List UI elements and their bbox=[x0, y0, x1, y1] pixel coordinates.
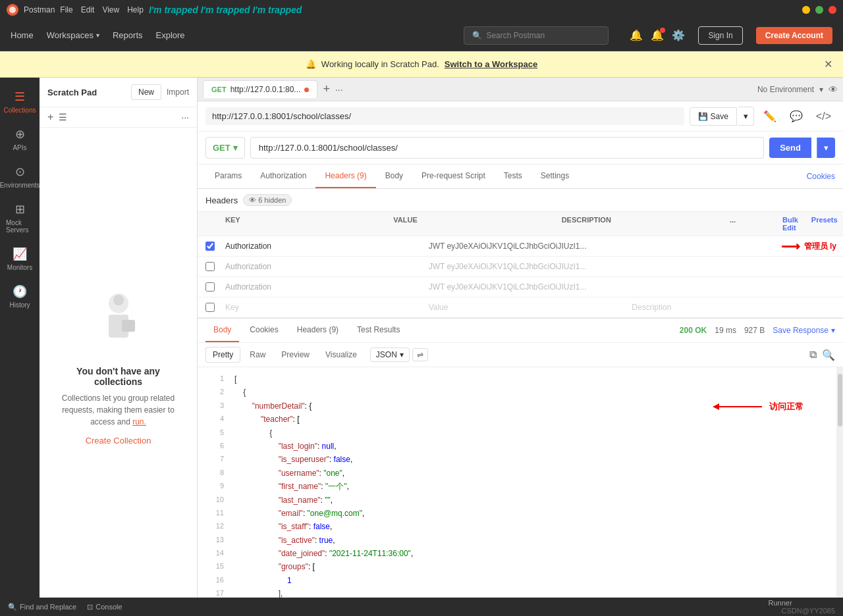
notifications-icon[interactable]: 🔔 bbox=[630, 29, 643, 41]
sidebar-item-mock-servers[interactable]: ⊞ Mock Servers bbox=[3, 197, 36, 239]
svg-point-4 bbox=[113, 295, 124, 305]
sidebar-item-collections[interactable]: ☰ Collections bbox=[3, 84, 36, 119]
banner-link[interactable]: Switch to a Workspace bbox=[445, 59, 537, 69]
svg-rect-3 bbox=[122, 320, 135, 332]
menu-edit[interactable]: Edit bbox=[81, 5, 95, 14]
new-button[interactable]: New bbox=[131, 84, 161, 100]
header-1-annotation: ⟶ 管理员 ly bbox=[781, 238, 836, 254]
content-area: GET http://127.0.0.1:80... + ··· No Envi… bbox=[198, 78, 843, 598]
resp-nav-cookies[interactable]: Cookies bbox=[242, 319, 286, 342]
settings-icon[interactable]: ⚙️ bbox=[672, 29, 685, 41]
method-select[interactable]: GET ▾ bbox=[205, 137, 245, 159]
header-1-checkbox[interactable] bbox=[205, 242, 215, 251]
edit-icon-button[interactable]: ✏️ bbox=[759, 107, 780, 125]
wrap-lines-button[interactable]: ⇌ bbox=[412, 348, 428, 361]
scrollbar[interactable] bbox=[836, 367, 843, 598]
find-replace-button[interactable]: 🔍 Find and Replace bbox=[8, 603, 76, 611]
save-response-button[interactable]: Save Response ▾ bbox=[773, 326, 835, 335]
nav-explore[interactable]: Explore bbox=[156, 30, 185, 40]
save-button[interactable]: 💾 Save bbox=[690, 107, 737, 126]
json-line-5: 5 { bbox=[198, 426, 836, 440]
nav-home[interactable]: Home bbox=[11, 30, 34, 40]
view-pretty-btn[interactable]: Pretty bbox=[205, 347, 240, 363]
create-collection-link[interactable]: Create Collection bbox=[86, 436, 151, 446]
request-tab-1[interactable]: GET http://127.0.0.1:80... bbox=[203, 80, 317, 98]
send-button[interactable]: Send bbox=[769, 138, 811, 158]
hidden-headers-badge[interactable]: 👁 6 hidden bbox=[243, 194, 292, 206]
add-tab-button[interactable]: + bbox=[319, 82, 334, 96]
nav-headers[interactable]: Headers (9) bbox=[315, 165, 375, 188]
nav-authorization[interactable]: Authorization bbox=[251, 165, 315, 188]
close-button[interactable] bbox=[829, 6, 836, 14]
resp-nav-body[interactable]: Body bbox=[205, 319, 239, 342]
nav-pre-request[interactable]: Pre-request Script bbox=[412, 165, 495, 188]
nav-reports[interactable]: Reports bbox=[113, 30, 143, 40]
environments-icon: ⊙ bbox=[15, 165, 25, 179]
response-size: 927 B bbox=[744, 326, 765, 335]
run-link[interactable]: run. bbox=[132, 417, 146, 426]
presets-label[interactable]: Presets bbox=[811, 216, 838, 232]
url-input[interactable] bbox=[250, 137, 764, 159]
search-postman[interactable]: 🔍 Search Postman bbox=[464, 26, 609, 45]
nav-body[interactable]: Body bbox=[376, 165, 412, 188]
runner-button[interactable]: Runner bbox=[769, 599, 792, 607]
view-visualize-btn[interactable]: Visualize bbox=[319, 347, 364, 362]
nav-params[interactable]: Params bbox=[205, 165, 251, 188]
menu-file[interactable]: File bbox=[60, 5, 72, 14]
json-line-17: 17 ], bbox=[198, 587, 836, 598]
add-collection-btn[interactable]: + bbox=[47, 111, 53, 123]
sidebar-item-apis[interactable]: ⊕ APIs bbox=[3, 122, 36, 157]
titlebar: Postman File Edit View Help I'm trapped … bbox=[0, 0, 843, 20]
annotation-text: 管理员 ly bbox=[804, 241, 836, 252]
menu-help[interactable]: Help bbox=[127, 5, 144, 14]
scratch-pad-banner: 🔔 Working locally in Scratch Pad. Switch… bbox=[0, 51, 843, 78]
sidebar-item-environments[interactable]: ⊙ Environments bbox=[3, 159, 36, 194]
col-more: ... bbox=[730, 216, 782, 232]
updates-icon[interactable]: 🔔 bbox=[651, 29, 664, 41]
sidebar-item-history[interactable]: 🕐 History bbox=[3, 279, 36, 314]
method-chevron-icon: ▾ bbox=[233, 143, 238, 153]
minimize-button[interactable] bbox=[802, 6, 810, 14]
tabs-more-button[interactable]: ··· bbox=[335, 84, 343, 95]
header-row-1: Authorization JWT eyJ0eXAiOiJKV1QiLCJhbG… bbox=[198, 236, 843, 257]
format-select[interactable]: JSON ▾ bbox=[370, 347, 410, 362]
sidebar-item-monitors[interactable]: 📈 Monitors bbox=[3, 242, 36, 276]
import-button[interactable]: Import bbox=[167, 88, 189, 97]
updates-badge bbox=[660, 28, 665, 33]
cookies-link[interactable]: Cookies bbox=[807, 172, 835, 181]
resp-nav-test-results[interactable]: Test Results bbox=[349, 319, 408, 342]
console-button[interactable]: ⊡ Console bbox=[87, 603, 122, 611]
comment-icon-button[interactable]: 💬 bbox=[786, 107, 807, 125]
code-icon-button[interactable]: </> bbox=[812, 108, 835, 125]
bulk-edit-label[interactable]: Bulk Edit bbox=[782, 216, 798, 232]
resp-nav-headers[interactable]: Headers (9) bbox=[289, 319, 346, 342]
more-options-btn[interactable]: ··· bbox=[181, 112, 189, 122]
nav-workspaces[interactable]: Workspaces ▾ bbox=[47, 30, 99, 40]
view-raw-btn[interactable]: Raw bbox=[243, 347, 272, 362]
header-4-checkbox[interactable] bbox=[205, 303, 215, 312]
send-dropdown-button[interactable]: ▾ bbox=[817, 138, 835, 158]
tab-method-badge: GET bbox=[211, 86, 227, 93]
request-nav: Params Authorization Headers (9) Body Pr… bbox=[198, 165, 843, 189]
create-account-button[interactable]: Create Account bbox=[756, 27, 832, 44]
copy-response-button[interactable]: ⧉ bbox=[809, 349, 817, 361]
mock-servers-icon: ⊞ bbox=[15, 202, 25, 217]
menu-view[interactable]: View bbox=[102, 5, 119, 14]
search-response-button[interactable]: 🔍 bbox=[822, 349, 835, 361]
filter-btn[interactable]: ☰ bbox=[59, 112, 67, 122]
json-line-16: 16 1 bbox=[198, 574, 836, 587]
signin-button[interactable]: Sign In bbox=[698, 26, 742, 45]
json-line-6: 6 "last_login": null, bbox=[198, 440, 836, 453]
nav-tests[interactable]: Tests bbox=[495, 165, 531, 188]
banner-close-button[interactable]: ✕ bbox=[824, 58, 832, 70]
header-2-checkbox[interactable] bbox=[205, 262, 215, 271]
nav-settings[interactable]: Settings bbox=[531, 165, 578, 188]
env-eye-icon[interactable]: 👁 bbox=[829, 84, 838, 95]
header-1-key: Authorization bbox=[225, 242, 429, 251]
save-dropdown-button[interactable]: ▾ bbox=[738, 107, 754, 126]
header-3-checkbox[interactable] bbox=[205, 282, 215, 292]
maximize-button[interactable] bbox=[815, 6, 823, 14]
col-value: VALUE bbox=[393, 216, 561, 232]
json-line-15: 15 "groups": [ bbox=[198, 560, 836, 573]
view-preview-btn[interactable]: Preview bbox=[275, 347, 316, 362]
